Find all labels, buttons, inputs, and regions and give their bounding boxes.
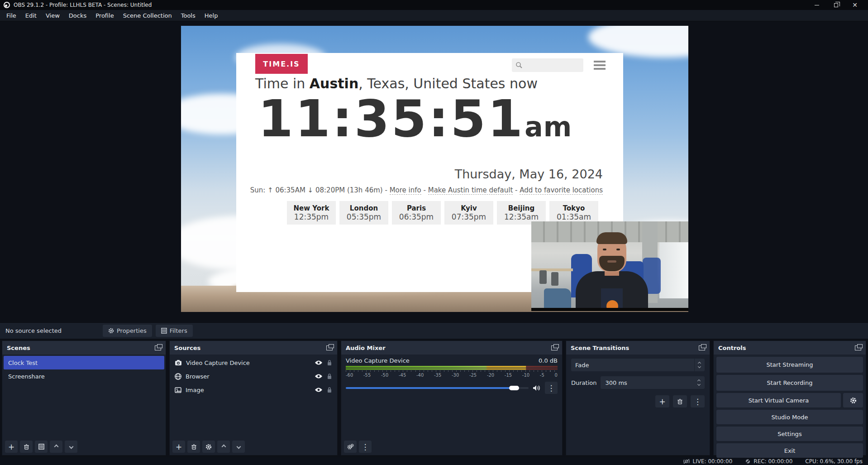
close-button[interactable]: ✕ xyxy=(845,0,864,10)
scene-item-screenshare[interactable]: Screenshare xyxy=(4,369,164,383)
eye-icon[interactable] xyxy=(315,374,323,379)
start-recording-button[interactable]: Start Recording xyxy=(716,375,863,391)
add-favorite-link[interactable]: Add to favorite locations xyxy=(520,186,603,195)
chevron-down-icon xyxy=(236,445,241,449)
settings-button[interactable]: Settings xyxy=(716,427,863,441)
volume-meter xyxy=(346,366,558,372)
start-virtual-camera-button[interactable]: Start Virtual Camera xyxy=(716,393,841,407)
city-card[interactable]: New York 12:35pm xyxy=(287,201,336,225)
sun-times: Sun: ↑ 06:35AM ↓ 08:20PM (13h 46m) - xyxy=(250,186,390,194)
start-streaming-button[interactable]: Start Streaming xyxy=(716,357,863,373)
filters-icon xyxy=(38,444,44,450)
lock-icon[interactable] xyxy=(327,373,332,379)
make-default-link[interactable]: Make Austin time default xyxy=(428,186,513,195)
menu-edit[interactable]: Edit xyxy=(21,11,41,20)
trash-icon xyxy=(191,444,197,450)
remove-scene-button[interactable] xyxy=(20,441,33,453)
person xyxy=(573,232,650,311)
rec-time: REC: 00:00:00 xyxy=(754,458,792,465)
city-card[interactable]: London 05:35pm xyxy=(339,201,388,225)
menu-profile[interactable]: Profile xyxy=(91,11,118,20)
popout-icon[interactable] xyxy=(855,345,861,350)
trash-icon xyxy=(24,444,29,450)
remove-transition-button[interactable] xyxy=(673,395,687,407)
menu-scene-collection[interactable]: Scene Collection xyxy=(119,11,176,20)
audio-mixer-header[interactable]: Audio Mixer xyxy=(341,341,562,355)
record-inactive-icon xyxy=(745,459,751,464)
source-item-image[interactable]: Image xyxy=(171,383,336,397)
properties-button[interactable]: Properties xyxy=(103,325,152,337)
source-item-video-capture[interactable]: Video Capture Device xyxy=(171,356,336,369)
globe-icon xyxy=(175,373,181,380)
menu-view[interactable]: View xyxy=(41,11,64,20)
sun-info-line: Sun: ↑ 06:35AM ↓ 08:20PM (13h 46m) - Mor… xyxy=(250,186,603,194)
popout-icon[interactable] xyxy=(155,345,161,350)
menu-file[interactable]: File xyxy=(2,11,21,20)
add-scene-button[interactable]: + xyxy=(5,441,18,453)
volume-slider[interactable] xyxy=(346,387,529,389)
exit-button[interactable]: Exit xyxy=(716,443,863,458)
timeis-logo: TIME.IS xyxy=(255,54,308,74)
menu-docks[interactable]: Docks xyxy=(64,11,91,20)
speaker-icon[interactable] xyxy=(533,384,541,392)
studio-mode-button[interactable]: Studio Mode xyxy=(716,410,863,424)
popout-icon[interactable] xyxy=(699,345,705,350)
source-toolbar: No source selected Properties Filters xyxy=(0,322,868,339)
combo-arrows-icon xyxy=(694,359,701,371)
restore-button[interactable] xyxy=(826,0,845,10)
clock-time: 11:35:51 xyxy=(258,89,525,148)
mixer-menu-button[interactable]: ⋮ xyxy=(359,441,372,453)
scenes-header[interactable]: Scenes xyxy=(2,341,166,355)
remove-source-button[interactable] xyxy=(187,441,200,453)
advanced-audio-button[interactable] xyxy=(344,441,357,453)
camera-icon xyxy=(175,360,182,366)
source-item-browser[interactable]: Browser xyxy=(171,369,336,383)
duration-input[interactable]: 300 ms xyxy=(601,376,705,389)
transition-properties-button[interactable]: ⋮ xyxy=(691,395,705,407)
spinner-arrows-icon[interactable] xyxy=(694,376,700,389)
program-canvas[interactable]: TIME.IS Time in Austin, Texas, United St… xyxy=(181,26,688,312)
transition-select[interactable]: Fade xyxy=(571,359,705,371)
webcam-source[interactable] xyxy=(531,221,688,311)
scene-filters-button[interactable] xyxy=(35,441,48,453)
lock-icon[interactable] xyxy=(327,387,332,393)
mixer-channel-menu-button[interactable]: ⋮ xyxy=(545,382,558,394)
dock-row: Scenes Clock Test Screenshare + xyxy=(0,339,868,457)
sources-header[interactable]: Sources xyxy=(170,341,337,355)
minimize-button[interactable] xyxy=(807,0,826,10)
add-transition-button[interactable]: + xyxy=(655,395,669,407)
source-up-button[interactable] xyxy=(217,441,230,453)
scene-down-button[interactable] xyxy=(65,441,77,453)
menu-tools[interactable]: Tools xyxy=(176,11,200,20)
duration-label: Duration xyxy=(571,379,596,386)
source-properties-button[interactable] xyxy=(202,441,215,453)
double-gear-icon xyxy=(347,444,354,450)
cpu-fps-stats: CPU: 0.6%, 30.00 fps xyxy=(805,458,863,465)
menu-bar: File Edit View Docks Profile Scene Colle… xyxy=(0,10,868,21)
city-card[interactable]: Kyiv 07:35pm xyxy=(444,201,493,225)
add-source-button[interactable]: + xyxy=(172,441,185,453)
obs-logo-icon xyxy=(4,2,10,8)
scene-item-clock-test[interactable]: Clock Test xyxy=(4,356,164,369)
eye-icon[interactable] xyxy=(315,387,323,393)
scene-transitions-header[interactable]: Scene Transitions xyxy=(566,341,710,355)
lock-icon[interactable] xyxy=(327,360,332,366)
mixer-channel-name: Video Capture Device xyxy=(346,357,410,364)
popout-icon[interactable] xyxy=(326,345,333,350)
clock-ampm: am xyxy=(525,111,572,143)
window-title: OBS 29.1.2 - Profile: LLHLS BETA - Scene… xyxy=(14,2,804,8)
popout-icon[interactable] xyxy=(551,345,558,350)
city-card[interactable]: Paris 06:35pm xyxy=(392,201,441,225)
site-search-input[interactable] xyxy=(512,58,583,72)
volume-slider-handle[interactable] xyxy=(509,386,519,390)
more-info-link[interactable]: More info xyxy=(390,186,421,195)
filters-button[interactable]: Filters xyxy=(156,325,193,337)
audio-mixer-panel: Audio Mixer Video Capture Device 0.0 dB … xyxy=(341,340,563,455)
menu-help[interactable]: Help xyxy=(200,11,223,20)
virtual-camera-settings-button[interactable] xyxy=(843,393,863,407)
source-down-button[interactable] xyxy=(232,441,245,453)
eye-icon[interactable] xyxy=(315,360,323,365)
hamburger-menu-icon[interactable] xyxy=(594,61,606,70)
scene-up-button[interactable] xyxy=(50,441,62,453)
controls-header[interactable]: Controls xyxy=(714,341,866,355)
